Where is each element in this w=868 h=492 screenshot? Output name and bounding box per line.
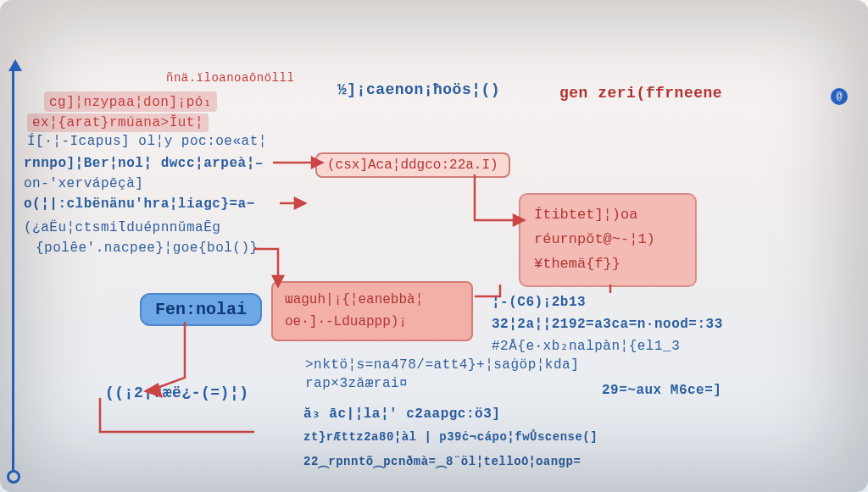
svg-marker-3 xyxy=(146,384,161,396)
svg-marker-4 xyxy=(295,198,305,208)
diagram-canvas: { "header": { "a": "ñnä.ïloanoaōnölll", … xyxy=(0,0,868,492)
connectors xyxy=(0,0,868,492)
svg-marker-1 xyxy=(514,215,524,225)
svg-marker-2 xyxy=(273,276,283,286)
svg-marker-0 xyxy=(312,158,322,168)
